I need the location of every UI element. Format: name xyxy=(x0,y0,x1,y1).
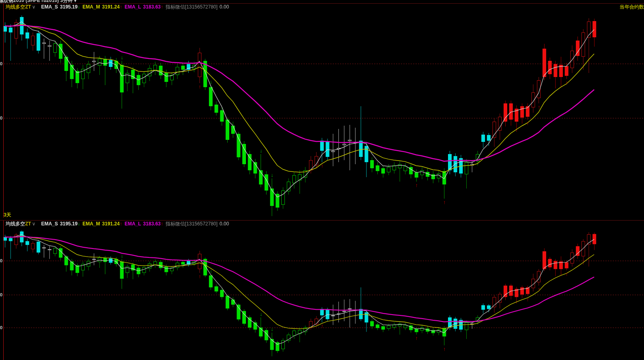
y-axis-label: 0 xyxy=(0,292,3,297)
ema-m-label: EMA_M xyxy=(82,221,100,227)
ema-m-label: EMA_M xyxy=(82,4,100,10)
ema-m-value: 3191.24 xyxy=(102,221,120,227)
ema-l-label: EMA_L xyxy=(125,221,141,227)
indicator-suffix[interactable]: ZT xyxy=(25,4,31,10)
symbol-title[interactable]: 螺纹钢2010 (SHFE rb2010) 3分钟 xyxy=(0,0,73,3)
indicator-name[interactable]: 均线多空 xyxy=(6,221,25,227)
top-panel-indicator-header: 均线多空 ZT ∨ EMA_S 3195.19 ↓ EMA_M 3191.24 … xyxy=(0,4,644,11)
ema-l-value: 3183.63 xyxy=(143,4,161,10)
chevron-down-icon[interactable]: ∨ xyxy=(32,221,36,227)
y-axis-label: 0 xyxy=(0,258,3,263)
indicator-name[interactable]: 均线多空 xyxy=(6,4,25,10)
indicator-wechat-label: 指标微信[13156572780] xyxy=(166,4,218,10)
y-axis-label: 0 xyxy=(0,116,3,120)
ema-s-value: 3195.19 xyxy=(60,4,78,10)
time-axis-period-label: 3天 xyxy=(4,212,11,218)
ema-l-value: 3183.63 xyxy=(143,221,161,227)
trading-app-window: { "title_bar": { "symbol_title": "螺纹钢201… xyxy=(0,0,644,360)
ema-s-label: EMA_S xyxy=(41,221,58,227)
ema-l-up-arrow-icon: ↑ xyxy=(161,4,163,10)
ema-m-up-arrow-icon: ↑ xyxy=(120,221,122,227)
ema-s-label: EMA_S xyxy=(41,4,58,10)
indicator-suffix[interactable]: ZT xyxy=(25,221,31,227)
bottom-panel-indicator-header: 均线多空 ZT ∨ EMA_S 3195.19 ↓ EMA_M 3191.24 … xyxy=(0,220,644,227)
ema-l-up-arrow-icon: ↑ xyxy=(161,221,163,227)
ema-m-value: 3191.24 xyxy=(102,4,120,10)
contract-note: 当年合约数据 xyxy=(620,4,644,10)
indicator-wechat-value: 0.00 xyxy=(220,4,229,10)
chevron-down-icon[interactable]: ∨ xyxy=(32,4,36,10)
ema-s-down-arrow-icon: ↓ xyxy=(78,221,80,227)
y-axis-label: 0 xyxy=(0,325,3,330)
bottom-chart-panel[interactable] xyxy=(0,227,644,360)
y-axis-label: 0 xyxy=(0,61,3,66)
ema-s-down-arrow-icon: ↓ xyxy=(78,4,80,10)
symbol-title-bar[interactable]: 螺纹钢2010 (SHFE rb2010) 3分钟 ▾ xyxy=(0,0,644,4)
ema-s-value: 3195.19 xyxy=(60,221,78,227)
top-chart-panel[interactable] xyxy=(0,11,644,218)
indicator-wechat-label: 指标微信[13156572780] xyxy=(166,221,218,227)
chevron-down-icon[interactable]: ▾ xyxy=(74,0,76,3)
ema-m-up-arrow-icon: ↑ xyxy=(120,4,122,10)
ema-l-label: EMA_L xyxy=(125,4,141,10)
indicator-wechat-value: 0.00 xyxy=(220,221,229,227)
